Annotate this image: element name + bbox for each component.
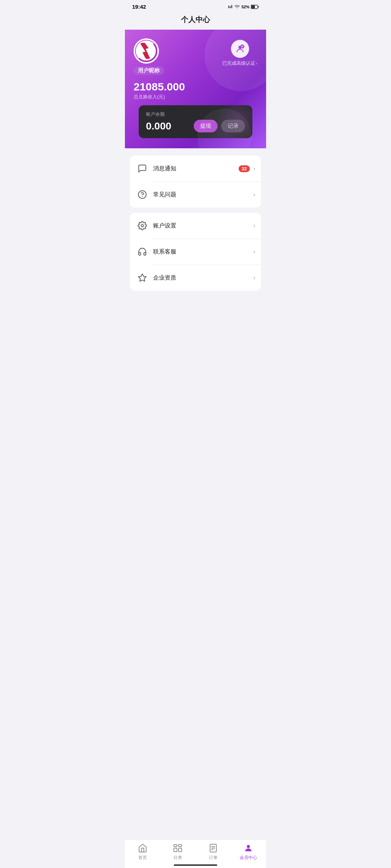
verification-icon [231,40,249,58]
svg-point-3 [237,7,237,8]
verification-label: 已完成高级认证 › [222,60,257,67]
nav-order[interactable]: 订单 [196,843,231,861]
account-buttons: 提现 记录 [194,120,245,132]
svg-rect-17 [178,844,182,846]
total-income-label: 总兑换收入(元) [134,94,257,100]
svg-rect-2 [231,5,232,8]
status-icons: 52% [228,4,259,9]
home-nav-label: 首页 [138,855,147,861]
menu-item-enterprise[interactable]: 企业资质 › [130,265,261,291]
enterprise-arrow: › [253,275,255,281]
member-nav-label: 会员中心 [240,855,257,861]
record-button[interactable]: 记录 [221,120,245,132]
profile-banner: 用户昵称 已完成高级认证 › 21085.000 总兑换收入(元) 账户余额 [125,30,266,148]
bottom-nav: 首页 分类 订单 [125,839,266,868]
profile-username: 用户昵称 [134,67,164,75]
order-icon [208,843,218,853]
settings-arrow: › [253,222,255,229]
avatar[interactable] [134,38,159,64]
profile-stats: 21085.000 总兑换收入(元) [134,81,257,100]
home-icon [138,843,148,853]
svg-rect-5 [251,5,255,8]
home-indicator [174,864,217,866]
status-bar: 19:42 52% [125,0,266,12]
menu-item-faq[interactable]: 常见问题 › [130,182,261,208]
svg-point-10 [238,46,241,49]
question-icon [136,188,149,201]
svg-rect-16 [174,844,177,846]
message-icon [136,162,149,175]
settings-label: 账户设置 [153,222,252,230]
enterprise-label: 企业资质 [153,274,252,282]
menu-item-settings[interactable]: 账户设置 › [130,213,261,239]
svg-point-12 [138,191,146,199]
content: 消息通知 32 › 常见问题 › 账户设置 [125,148,266,332]
nav-member[interactable]: 会员中心 [231,843,266,861]
account-amount: 0.000 [146,120,171,132]
menu-card-group1: 消息通知 32 › 常见问题 › [130,156,261,208]
notifications-label: 消息通知 [153,165,239,173]
notifications-badge: 32 [239,165,249,172]
order-nav-label: 订单 [209,855,218,861]
faq-label: 常见问题 [153,191,252,199]
svg-point-24 [247,845,250,848]
svg-rect-19 [178,848,182,852]
support-arrow: › [253,248,255,255]
svg-point-11 [240,44,244,48]
gear-icon [136,219,149,232]
star-icon [136,271,149,284]
account-row: 0.000 提现 记录 [146,120,245,132]
svg-rect-1 [230,6,231,8]
svg-rect-0 [228,5,229,8]
svg-point-14 [141,225,144,227]
support-label: 联系客服 [153,248,252,256]
profile-right[interactable]: 已完成高级认证 › [222,40,257,67]
withdraw-button[interactable]: 提现 [194,120,218,132]
svg-rect-18 [174,848,177,852]
faq-arrow: › [253,191,255,198]
nav-category[interactable]: 分类 [160,843,196,861]
category-nav-label: 分类 [173,855,182,861]
battery-text: 52% [241,5,249,9]
profile-left: 用户昵称 [134,38,164,75]
notifications-arrow: › [253,165,255,172]
status-time: 19:42 [132,4,146,10]
menu-card-group2: 账户设置 › 联系客服 › 企业资质 › [130,213,261,291]
page-title: 个人中心 [125,12,266,30]
category-icon [173,843,183,853]
svg-rect-6 [258,6,259,8]
svg-marker-15 [138,274,146,281]
menu-item-support[interactable]: 联系客服 › [130,239,261,265]
total-income-amount: 21085.000 [134,81,257,93]
member-icon [243,843,253,853]
headphone-icon [136,245,149,258]
account-card: 账户余额 0.000 提现 记录 [139,105,252,138]
nav-home[interactable]: 首页 [125,843,160,861]
account-label: 账户余额 [146,111,245,118]
menu-item-notifications[interactable]: 消息通知 32 › [130,156,261,182]
